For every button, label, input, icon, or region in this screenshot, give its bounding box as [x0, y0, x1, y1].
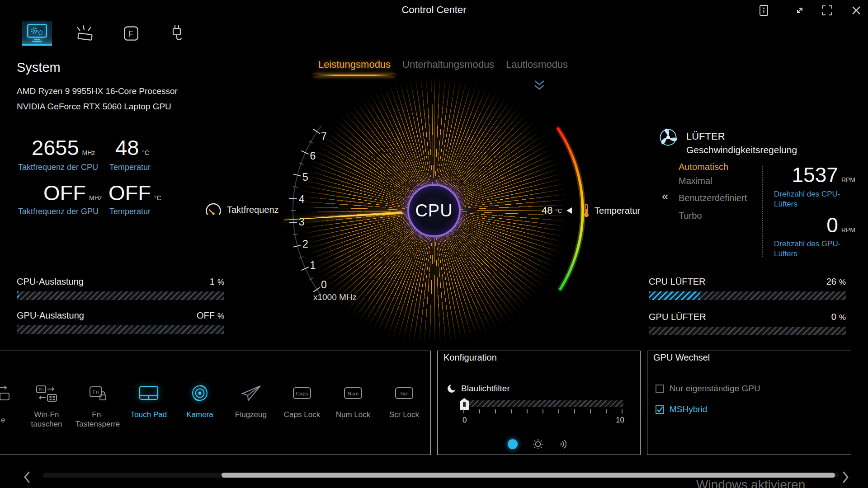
chevron-left-icon [22, 470, 31, 484]
temp-marker-label: Temperatur [594, 206, 640, 216]
toggles-panel: Fn Win-Fn tauschen Fn [0, 351, 431, 455]
blaulichtfilter-slider-thumb[interactable] [460, 398, 469, 410]
nav-tab-devices[interactable] [162, 21, 192, 46]
option-mshybrid[interactable]: MSHybrid [656, 404, 707, 414]
gpu-clock-unit: MHz [89, 194, 102, 202]
gpu-temp-label: Temperatur [109, 207, 151, 216]
gauge-scale-2: 2 [302, 238, 308, 250]
scr-lock-key-icon: Scr [393, 384, 415, 404]
close-button[interactable] [849, 3, 864, 18]
gauge-scale-arc [293, 126, 321, 296]
fan-mode-maximal[interactable]: Maximal [679, 176, 712, 186]
nav-tab-system[interactable] [22, 21, 52, 46]
blaulichtfilter-row: Blaulichtfilter [447, 384, 510, 394]
touchpad-icon [138, 384, 160, 404]
toggle-num-lock[interactable]: Num Num Lock [330, 381, 377, 455]
gauge-hub: CPU [408, 184, 460, 237]
win-fn-swap-icon: Fn [36, 384, 57, 404]
blaulichtfilter-slider-track[interactable] [462, 400, 623, 407]
gpu-temp-unit: °C [154, 194, 161, 202]
restore-window-button[interactable] [792, 3, 807, 18]
gauge-center-label: CPU [415, 201, 453, 221]
gauge-minor-ticks [291, 141, 313, 280]
fn-key-label: Fn [93, 389, 99, 394]
cpu-usage-bar [17, 291, 224, 300]
toggle-airplane[interactable]: Flugzeug [227, 381, 274, 455]
konfiguration-title: Konfiguration [443, 352, 497, 363]
toggle-scr-lock[interactable]: Scr Scr Lock [381, 381, 428, 455]
scroll-right-button[interactable] [839, 469, 853, 485]
caps-key-label: Caps [296, 391, 308, 396]
tab-lautlosmodus[interactable]: Lautlosmodus [506, 59, 568, 70]
caps-lock-key-icon: Caps [291, 384, 313, 404]
collapse-chevrons-icon[interactable]: « [662, 190, 668, 202]
nav-tab-lighting[interactable] [70, 21, 100, 46]
window-title: Control Center [0, 4, 868, 16]
dedicated-gpu-checkbox[interactable] [656, 385, 664, 393]
fan-mode-benutzerdefiniert[interactable]: Benutzerdefiniert [679, 193, 747, 203]
gpu-fan-rpm-label: Drehzahl des GPU-Lüfters [774, 239, 854, 259]
toggle-label: Caps Lock [284, 410, 320, 419]
scr-key-label: Scr [400, 391, 408, 396]
mshybrid-label: MSHybrid [670, 404, 707, 414]
fan-mode-automatisch[interactable]: Automatisch [679, 162, 728, 172]
fn-lock-icon: Fn [87, 384, 108, 404]
toggle-label: Scr Lock [389, 410, 419, 419]
dedicated-gpu-label: Nur eigenständige GPU [670, 384, 760, 394]
temp-marker-value: 48 [542, 205, 552, 216]
tab-leistungsmodus[interactable]: Leistungsmodus [318, 59, 391, 70]
cpu-usage-bar-fill [17, 291, 19, 300]
system-info-icon [757, 4, 770, 17]
fullscreen-button[interactable] [820, 3, 835, 18]
gpu-temp-value: OFF [108, 182, 151, 203]
gpu-wechsel-panel: GPU Wechsel Nur eigenständige GPU MSHybr… [647, 351, 851, 455]
toggle-caps-lock[interactable]: Caps Caps Lock [278, 381, 326, 455]
cpu-fan-bar-fill [649, 291, 700, 300]
hscroll-thumb[interactable] [222, 473, 835, 478]
toggles-row: Fn Win-Fn tauschen Fn [0, 351, 430, 455]
clipped-toggle-icon[interactable] [0, 382, 10, 402]
cpu-fan-bar [649, 291, 846, 300]
cpu-clock-value: 2655 [32, 137, 79, 158]
expand-modes-button[interactable] [532, 79, 547, 92]
hscroll-track[interactable] [43, 473, 839, 478]
cpu-temp-value: 48 [115, 137, 139, 158]
toggle-fn-lock[interactable]: Fn Fn-Tastensperre [74, 381, 121, 455]
toggle-camera[interactable]: Kamera [176, 381, 223, 455]
toggle-touchpad[interactable]: Touch Pad [125, 381, 172, 455]
scroll-left-button[interactable] [20, 469, 33, 485]
cpu-fan-rpm: 1537 RPM [792, 164, 855, 185]
tab-unterhaltungsmodus[interactable]: Unterhaltungsmodus [402, 59, 494, 70]
cpu-fan-bar-row: CPU LÜFTER 26% [649, 277, 846, 300]
gpu-usage-value: OFF [197, 310, 215, 321]
system-info-button[interactable] [756, 3, 771, 18]
clipped-toggle-label: e [1, 416, 5, 425]
cpu-clock-unit: MHz [82, 149, 95, 156]
cpu-name: AMD Ryzen 9 9955HX 16-Core Processor [17, 86, 178, 96]
mshybrid-checkbox[interactable] [656, 405, 664, 414]
cpu-usage-value: 1 [210, 277, 215, 287]
cpu-temp-label: Temperatur [109, 163, 151, 172]
control-center-window: Control Center [0, 0, 868, 488]
sound-waves-toggle[interactable] [557, 438, 570, 450]
performance-mode-tabs: Leistungsmodus Unterhaltungsmodus Lautlo… [298, 59, 588, 70]
temp-pointer-icon [566, 207, 572, 214]
fan-mode-turbo[interactable]: Turbo [679, 211, 702, 221]
gpu-fan-rpm: 0 RPM [826, 215, 855, 235]
night-light-toggle[interactable] [506, 438, 519, 450]
toggle-label: Fn-Tastensperre [74, 410, 121, 429]
option-dedicated-gpu[interactable]: Nur eigenständige GPU [656, 384, 760, 394]
toggle-win-fn-swap[interactable]: Fn Win-Fn tauschen [23, 381, 70, 455]
gauge-scale-5: 5 [302, 171, 308, 183]
f-key-label: F [129, 29, 134, 38]
num-key-label: Num [348, 391, 359, 396]
gpu-clock-label: Taktfrequenz der GPU [18, 207, 99, 216]
cpu-temp-unit: °C [142, 149, 149, 156]
keyboard-backlight-icon [75, 24, 95, 43]
chevron-right-icon [841, 470, 850, 484]
nav-tab-fn-keys[interactable]: F [116, 21, 146, 46]
gpu-wechsel-title: GPU Wechsel [653, 352, 710, 363]
brightness-toggle[interactable] [532, 438, 544, 450]
cpu-clock-label: Taktfrequenz der CPU [18, 163, 98, 172]
restore-window-icon [793, 4, 806, 17]
